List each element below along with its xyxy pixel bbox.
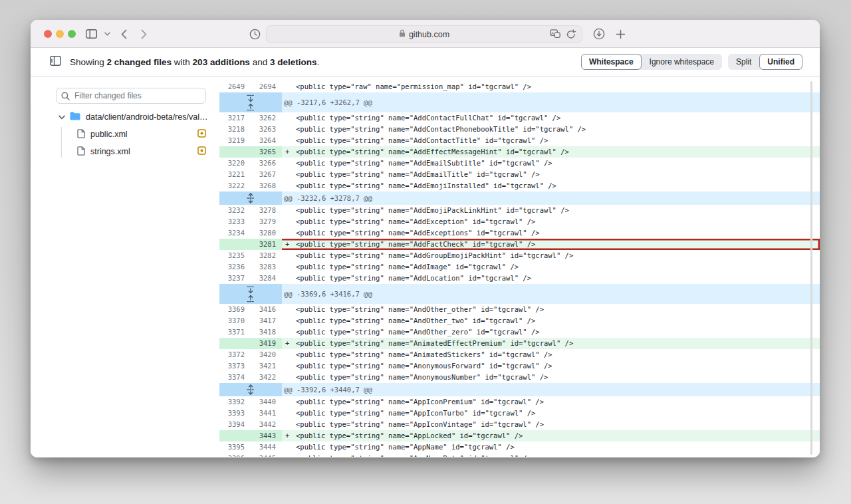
- new-line-number[interactable]: 3280: [251, 227, 282, 239]
- page-scrollbar[interactable]: [810, 81, 812, 455]
- new-line-number[interactable]: 3263: [251, 124, 282, 135]
- reload-icon[interactable]: [566, 29, 576, 41]
- ignore-whitespace-button[interactable]: Ignore whitespace: [642, 54, 722, 70]
- expand-all-button[interactable]: [219, 191, 282, 205]
- old-line-number[interactable]: 3233: [219, 216, 251, 227]
- old-line-number[interactable]: 3395: [219, 441, 251, 453]
- diff-marker: [282, 112, 296, 124]
- whitespace-button[interactable]: Whitespace: [581, 54, 642, 70]
- new-line-number[interactable]: 3418: [251, 326, 282, 338]
- zoom-window-button[interactable]: [68, 30, 76, 38]
- chevron-down-icon[interactable]: [59, 112, 65, 122]
- close-window-button[interactable]: [44, 30, 52, 38]
- chevron-down-icon[interactable]: [101, 28, 113, 40]
- old-line-number[interactable]: 3396: [219, 453, 251, 457]
- old-line-number[interactable]: 3221: [219, 169, 251, 180]
- new-line-number[interactable]: 3419: [251, 338, 282, 349]
- old-line-number[interactable]: 3218: [219, 124, 251, 135]
- old-line-number[interactable]: 2649: [219, 81, 251, 92]
- filter-changed-files-input[interactable]: [56, 88, 206, 104]
- old-line-number[interactable]: 3234: [219, 227, 251, 239]
- back-icon[interactable]: [118, 28, 130, 40]
- sidebar-toggle-icon[interactable]: [85, 28, 97, 40]
- highlighted-diff-row: 3281+<public type="string" name="AddFact…: [219, 239, 820, 250]
- old-line-number[interactable]: 3371: [219, 326, 251, 338]
- split-view-button[interactable]: Split: [728, 54, 759, 70]
- history-clock-icon[interactable]: [249, 28, 261, 40]
- file-tree-toggle-icon[interactable]: [50, 56, 61, 68]
- downloads-icon[interactable]: [593, 28, 605, 40]
- new-line-number[interactable]: 3443: [251, 430, 282, 441]
- new-line-number[interactable]: 3278: [251, 205, 282, 216]
- translate-icon[interactable]: A: [550, 29, 560, 41]
- new-line-number[interactable]: 3266: [251, 158, 282, 169]
- url-bar[interactable]: github.com A: [266, 25, 582, 43]
- old-line-number[interactable]: 3235: [219, 250, 251, 261]
- old-line-number[interactable]: [219, 430, 251, 441]
- diff-row: 33923440<public type="string" name="AppI…: [219, 396, 820, 408]
- browser-toolbar: github.com A: [31, 20, 820, 48]
- new-line-number[interactable]: 3441: [251, 408, 282, 419]
- old-line-number[interactable]: 3236: [219, 261, 251, 273]
- old-line-number[interactable]: [219, 146, 251, 158]
- old-line-number[interactable]: 3393: [219, 408, 251, 419]
- file-tree: data/client/android-beta/res/val… public…: [31, 108, 219, 160]
- old-line-number[interactable]: 3220: [219, 158, 251, 169]
- old-line-number[interactable]: 3222: [219, 180, 251, 191]
- expand-all-button[interactable]: [219, 383, 282, 396]
- unified-view-button[interactable]: Unified: [759, 54, 802, 70]
- code-line: <public type="string" name="AndOther_two…: [296, 315, 535, 326]
- new-line-number[interactable]: 3440: [251, 396, 282, 408]
- new-line-number[interactable]: 3416: [251, 304, 282, 315]
- tree-file-row-public-xml[interactable]: public.xml: [77, 126, 206, 143]
- new-line-number[interactable]: 3284: [251, 273, 282, 284]
- new-line-number[interactable]: 2694: [251, 81, 282, 92]
- new-line-number[interactable]: 3421: [251, 360, 282, 372]
- new-line-number[interactable]: 3283: [251, 261, 282, 273]
- new-line-number[interactable]: 3282: [251, 250, 282, 261]
- new-line-number[interactable]: 3445: [251, 453, 282, 457]
- forward-icon[interactable]: [138, 28, 150, 40]
- expand-up-down-buttons[interactable]: [219, 92, 282, 112]
- new-line-number[interactable]: 3422: [251, 372, 282, 383]
- old-line-number[interactable]: 3219: [219, 135, 251, 146]
- old-line-number[interactable]: 3374: [219, 372, 251, 383]
- old-line-number[interactable]: 3392: [219, 396, 251, 408]
- new-line-number[interactable]: 3281: [251, 239, 282, 250]
- diff-row: 32183263<public type="string" name="AddC…: [219, 124, 820, 135]
- diff-marker: +: [282, 239, 296, 250]
- old-line-number[interactable]: 3370: [219, 315, 251, 326]
- new-line-number[interactable]: 3417: [251, 315, 282, 326]
- old-line-number[interactable]: 3237: [219, 273, 251, 284]
- old-line-number[interactable]: 3232: [219, 205, 251, 216]
- new-line-number[interactable]: 3279: [251, 216, 282, 227]
- minimize-window-button[interactable]: [56, 30, 64, 38]
- new-line-number[interactable]: 3262: [251, 112, 282, 124]
- new-line-number[interactable]: 3264: [251, 135, 282, 146]
- old-line-number[interactable]: 3369: [219, 304, 251, 315]
- new-line-number[interactable]: 3444: [251, 441, 282, 453]
- new-line-number[interactable]: 3265: [251, 146, 282, 158]
- old-line-number[interactable]: 3217: [219, 112, 251, 124]
- added-diff-row: 3443+<public type="string" name="AppLock…: [219, 430, 820, 441]
- old-line-number[interactable]: 3372: [219, 349, 251, 360]
- expand-up-down-buttons[interactable]: [219, 284, 282, 304]
- new-line-number[interactable]: 3267: [251, 169, 282, 180]
- new-line-number[interactable]: 3268: [251, 180, 282, 191]
- old-line-number[interactable]: [219, 338, 251, 349]
- old-line-number[interactable]: 3373: [219, 360, 251, 372]
- tree-folder-row[interactable]: data/client/android-beta/res/val…: [31, 108, 219, 126]
- modified-status-icon: [197, 146, 206, 157]
- added-diff-row: 3265+<public type="string" name="AddEffe…: [219, 146, 820, 158]
- new-tab-icon[interactable]: [614, 28, 626, 40]
- new-line-number[interactable]: 3442: [251, 419, 282, 430]
- diff-row: 26492694<public type="raw" name="permiss…: [219, 81, 820, 92]
- new-line-number[interactable]: 3420: [251, 349, 282, 360]
- diff-row: 32223268<public type="string" name="AddE…: [219, 180, 820, 191]
- diff-row: 32203266<public type="string" name="AddE…: [219, 158, 820, 169]
- old-line-number[interactable]: [219, 239, 251, 250]
- tree-file-row-strings-xml[interactable]: strings.xml: [77, 143, 206, 160]
- old-line-number[interactable]: 3394: [219, 419, 251, 430]
- tree-indent-guide: [61, 127, 62, 158]
- code-line: <public type="string" name="AnonymousFor…: [296, 360, 552, 372]
